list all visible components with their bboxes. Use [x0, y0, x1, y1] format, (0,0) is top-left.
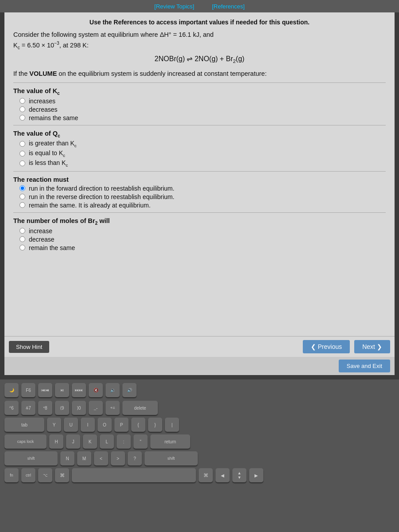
key-f5[interactable]: 🌙	[4, 383, 19, 397]
key-9[interactable]: (9	[55, 401, 69, 415]
next-label: Next	[362, 343, 375, 350]
key-0[interactable]: )0	[72, 401, 86, 415]
key-rbracket[interactable]: }	[148, 418, 162, 432]
top-bar: [Review Topics] [References]	[0, 0, 399, 12]
key-h[interactable]: H	[49, 434, 63, 449]
qc-greater-radio[interactable]	[20, 141, 25, 147]
br2-same-option[interactable]: remain the same	[20, 244, 386, 251]
next-button[interactable]: Next	[354, 340, 390, 353]
rxn-same-radio[interactable]	[20, 202, 25, 208]
key-k[interactable]: K	[83, 434, 97, 449]
key-fn[interactable]: fn	[4, 468, 19, 482]
qc-greater-label: is greater than Kc	[29, 140, 77, 148]
keyboard-area: 🌙 F6 ⏮⏮ ⏯ ⏭⏭ 🔇 🔉 🔊 ^6 &7 *8 (9 )0 _- +=	[0, 379, 399, 532]
kc-same-option[interactable]: remains the same	[20, 114, 386, 121]
br2-increase-option[interactable]: increase	[20, 227, 386, 235]
key-f11[interactable]: 🔉	[106, 383, 120, 397]
qc-less-option[interactable]: is less than Kc	[20, 159, 386, 168]
num-key-row: ^6 &7 *8 (9 )0 _- += delete	[4, 401, 395, 415]
key-f8[interactable]: ⏯	[55, 383, 69, 397]
key-shift-left[interactable]: shift	[4, 451, 58, 466]
question1-options: increases decreases remains the same	[20, 98, 386, 121]
key-7[interactable]: &7	[21, 401, 35, 415]
key-backslash[interactable]: |	[165, 418, 179, 432]
qc-equal-option[interactable]: is equal to Kc	[20, 149, 386, 158]
key-shift-right[interactable]: shift	[145, 451, 198, 466]
references-link[interactable]: [References]	[212, 3, 245, 10]
key-cmd-right[interactable]: ⌘	[199, 468, 213, 482]
key-y[interactable]: Y	[47, 418, 61, 432]
br2-decrease-radio[interactable]	[20, 236, 25, 242]
qc-equal-radio[interactable]	[20, 151, 25, 156]
key-minus[interactable]: _-	[89, 401, 103, 415]
key-f7[interactable]: ⏮⏮	[38, 383, 52, 397]
key-m[interactable]: M	[77, 451, 91, 466]
kc-increases-radio[interactable]	[20, 98, 25, 104]
key-comma[interactable]: <	[94, 451, 108, 466]
previous-label: Previous	[318, 343, 342, 350]
key-period[interactable]: >	[111, 451, 125, 466]
br2-decrease-option[interactable]: decrease	[20, 236, 386, 243]
question3-label: The reaction must	[13, 176, 386, 183]
key-semicolon[interactable]: :	[117, 434, 131, 449]
qc-greater-option[interactable]: is greater than Kc	[20, 140, 386, 148]
key-u[interactable]: U	[64, 418, 78, 432]
key-arrow-up-down[interactable]: ▲▼	[232, 468, 246, 482]
review-topics-link[interactable]: [Review Topics]	[154, 3, 194, 10]
qc-less-radio[interactable]	[20, 160, 25, 166]
rxn-same-option[interactable]: remain the same. It is already at equili…	[20, 202, 386, 209]
key-6[interactable]: ^6	[4, 401, 19, 415]
key-tab[interactable]: tab	[4, 418, 44, 432]
rxn-reverse-option[interactable]: run in the reverse direction to reestabl…	[20, 193, 386, 200]
kc-decreases-radio[interactable]	[20, 106, 25, 112]
br2-same-radio[interactable]	[20, 245, 25, 250]
key-slash[interactable]: ?	[128, 451, 142, 466]
key-j[interactable]: J	[66, 434, 80, 449]
key-f12[interactable]: 🔊	[122, 383, 137, 397]
key-arrow-left[interactable]: ◀	[215, 468, 230, 482]
key-equals[interactable]: +=	[106, 401, 120, 415]
key-lbracket[interactable]: {	[131, 418, 145, 432]
show-hint-button[interactable]: Show Hint	[9, 341, 49, 353]
key-n[interactable]: N	[60, 451, 74, 466]
key-space[interactable]	[72, 468, 196, 482]
rxn-forward-radio[interactable]	[20, 185, 25, 191]
key-arrow-right[interactable]: ▶	[249, 468, 263, 482]
key-8[interactable]: *8	[38, 401, 52, 415]
key-o[interactable]: O	[98, 418, 112, 432]
key-l[interactable]: L	[100, 434, 114, 449]
condition-text: If the VOLUME on the equilibrium system …	[13, 69, 386, 79]
reference-note: Use the References to access important v…	[13, 19, 386, 26]
key-quote[interactable]: "	[133, 434, 148, 449]
key-f9[interactable]: ⏭⏭	[72, 383, 86, 397]
question4-options: increase decrease remain the same	[20, 227, 386, 251]
key-f10[interactable]: 🔇	[89, 383, 103, 397]
question4-label: The number of moles of Br2 will	[13, 217, 386, 226]
key-ctrl[interactable]: ctrl	[21, 468, 35, 482]
br2-increase-radio[interactable]	[20, 228, 25, 234]
kc-decreases-option[interactable]: decreases	[20, 106, 386, 113]
content-area: Use the References to access important v…	[4, 12, 395, 336]
fn-key-row: 🌙 F6 ⏮⏮ ⏯ ⏭⏭ 🔇 🔉 🔊	[4, 383, 395, 397]
kc-increases-label: increases	[29, 98, 55, 105]
key-p[interactable]: P	[114, 418, 129, 432]
key-option[interactable]: ⌥	[38, 468, 52, 482]
rxn-reverse-label: run in the reverse direction to reestabl…	[29, 193, 174, 200]
kc-same-label: remains the same	[29, 114, 78, 121]
kc-decreases-label: decreases	[29, 106, 58, 113]
key-cmd-left[interactable]: ⌘	[55, 468, 69, 482]
key-return[interactable]: return	[150, 434, 190, 449]
save-and-exit-button[interactable]: Save and Exit	[339, 360, 390, 372]
kc-increases-option[interactable]: increases	[20, 98, 386, 105]
rxn-forward-option[interactable]: run in the forward direction to reestabl…	[20, 185, 386, 192]
previous-button[interactable]: Previous	[303, 340, 350, 353]
key-delete[interactable]: delete	[122, 401, 158, 415]
problem-intro: Consider the following system at equilib…	[13, 30, 386, 51]
key-f6[interactable]: F6	[21, 383, 35, 397]
key-i[interactable]: I	[81, 418, 95, 432]
key-capslock[interactable]: caps lock	[4, 434, 47, 449]
br2-same-label: remain the same	[29, 244, 75, 251]
kc-same-radio[interactable]	[20, 115, 25, 121]
rxn-reverse-radio[interactable]	[20, 194, 25, 200]
chevron-right-icon	[377, 343, 382, 350]
